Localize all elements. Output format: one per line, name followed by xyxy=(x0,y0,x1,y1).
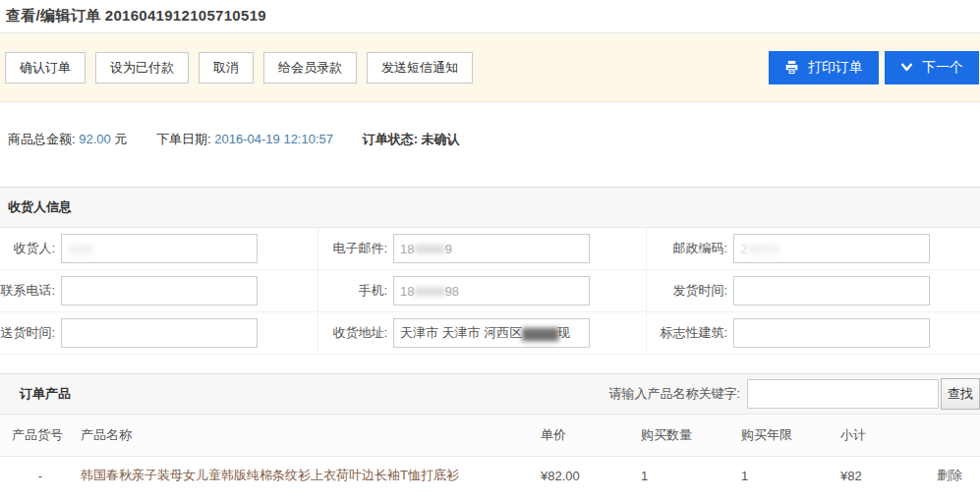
phone-input[interactable] xyxy=(61,276,258,306)
mobile-input[interactable]: 188888898 xyxy=(393,276,590,306)
order-summary: 商品总金额: 92.00 元 下单日期: 2016-04-19 12:10:57… xyxy=(0,102,980,187)
mobile-label: 手机: xyxy=(318,282,393,300)
page-title: 查看/编辑订单 2016041912105710519 xyxy=(6,7,266,26)
cancel-button[interactable]: 取消 xyxy=(199,52,254,83)
products-section-title: 订单产品 xyxy=(20,385,71,403)
consignee-name-label: 收货人: xyxy=(0,240,61,257)
field-ship-time: 发货时间: xyxy=(647,270,980,312)
col-name: 产品名称 xyxy=(81,415,541,456)
table-row: - 韩国春秋亲子装母女儿童韩版纯棉条纹衫上衣荷叶边长袖T恤打底衫 ¥82.00 … xyxy=(0,456,980,495)
col-qty: 购买数量 xyxy=(641,415,741,456)
search-button[interactable]: 查找 xyxy=(941,378,980,410)
table-header-row: 产品货号 产品名称 单价 购买数量 购买年限 小计 xyxy=(0,415,980,456)
product-subtotal: ¥82 xyxy=(840,456,924,495)
consignee-name-input[interactable]: 8888 xyxy=(61,234,258,263)
toolbar: 确认订单 设为已付款 取消 给会员录款 发送短信通知 打印订单 下一个 xyxy=(0,33,980,102)
order-date-value: 2016-04-19 12:10:57 xyxy=(214,132,333,146)
consignee-form: 收货人: 8888 电子邮件: 18888889 邮政编码: 288888 联系… xyxy=(0,228,980,355)
order-status-value: 未确认 xyxy=(422,132,460,146)
product-table: 产品货号 产品名称 单价 购买数量 购买年限 小计 - 韩国春秋亲子装母女儿童韩… xyxy=(0,415,980,495)
postcode-label: 邮政编码: xyxy=(647,240,733,257)
product-qty: 1 xyxy=(641,456,741,495)
landmark-input[interactable] xyxy=(733,318,930,348)
set-paid-button[interactable]: 设为已付款 xyxy=(95,52,189,83)
address-input[interactable]: 天津市 天津市 河西区▇▇▇▇现 xyxy=(393,318,590,348)
col-price: 单价 xyxy=(541,415,641,456)
delivery-time-label: 送货时间: xyxy=(0,324,61,342)
order-edit-page: { "page": { "title": "查看/编辑订单 2016041912… xyxy=(0,0,980,500)
record-payment-button[interactable]: 给会员录款 xyxy=(263,52,357,83)
postcode-input[interactable]: 288888 xyxy=(733,234,930,263)
product-years: 1 xyxy=(741,456,840,495)
confirm-order-button[interactable]: 确认订单 xyxy=(5,52,86,83)
order-total-value: 92.00 xyxy=(79,132,111,146)
order-date: 下单日期: 2016-04-19 12:10:57 xyxy=(156,132,333,146)
col-subtotal: 小计 xyxy=(840,415,924,456)
next-order-label: 下一个 xyxy=(922,59,963,77)
field-landmark: 标志性建筑: xyxy=(647,312,980,355)
order-total-unit: 元 xyxy=(114,132,127,146)
product-name-link[interactable]: 韩国春秋亲子装母女儿童韩版纯棉条纹衫上衣荷叶边长袖T恤打底衫 xyxy=(81,456,541,495)
col-sku: 产品货号 xyxy=(0,415,81,456)
printer-icon xyxy=(784,60,799,75)
field-address: 收货地址: 天津市 天津市 河西区▇▇▇▇现 xyxy=(318,312,647,355)
product-table-body: - 韩国春秋亲子装母女儿童韩版纯棉条纹衫上衣荷叶边长袖T恤打底衫 ¥82.00 … xyxy=(0,456,980,495)
product-search-label: 请输入产品名称关键字: xyxy=(608,385,740,403)
ship-time-input[interactable] xyxy=(733,276,930,306)
print-order-button[interactable]: 打印订单 xyxy=(769,51,879,84)
consignee-section-title: 收货人信息 xyxy=(8,198,72,216)
product-sku: - xyxy=(0,456,81,495)
col-action xyxy=(924,415,980,456)
order-total: 商品总金额: 92.00 元 xyxy=(8,132,127,146)
product-search-input[interactable] xyxy=(747,379,939,409)
ship-time-label: 发货时间: xyxy=(647,282,733,300)
print-order-label: 打印订单 xyxy=(808,59,863,77)
field-mobile: 手机: 188888898 xyxy=(318,270,647,312)
consignee-section-header: 收货人信息 xyxy=(0,187,980,228)
products-section-header: 订单产品 请输入产品名称关键字: 查找 xyxy=(0,373,980,415)
field-consignee-name: 收货人: 8888 xyxy=(0,228,318,270)
phone-label: 联系电话: xyxy=(0,282,61,300)
address-label: 收货地址: xyxy=(318,324,393,342)
chevron-down-icon xyxy=(900,62,913,73)
delete-link[interactable]: 删除 xyxy=(924,456,980,495)
page-header: 查看/编辑订单 2016041912105710519 xyxy=(0,0,980,33)
email-input[interactable]: 18888889 xyxy=(393,234,590,263)
field-postcode: 邮政编码: 288888 xyxy=(647,228,980,270)
email-label: 电子邮件: xyxy=(318,240,393,257)
send-sms-button[interactable]: 发送短信通知 xyxy=(367,52,473,83)
field-delivery-time: 送货时间: xyxy=(0,312,318,355)
col-years: 购买年限 xyxy=(741,415,840,456)
order-status: 订单状态: 未确认 xyxy=(363,132,460,146)
next-order-button[interactable]: 下一个 xyxy=(885,51,979,84)
field-phone: 联系电话: xyxy=(0,270,318,312)
field-email: 电子邮件: 18888889 xyxy=(318,228,647,270)
landmark-label: 标志性建筑: xyxy=(647,324,733,342)
delivery-time-input[interactable] xyxy=(61,318,258,348)
product-price: ¥82.00 xyxy=(541,456,641,495)
